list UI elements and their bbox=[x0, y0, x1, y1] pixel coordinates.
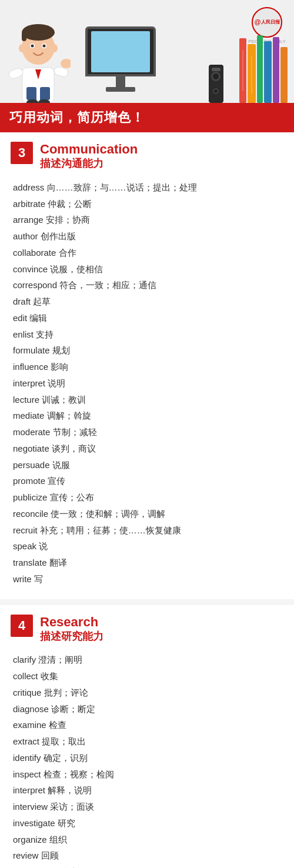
list-item: reconcile 使一致；使和解；调停，调解 bbox=[13, 506, 283, 522]
monitor-base bbox=[106, 87, 135, 92]
monitor-screen bbox=[85, 26, 156, 76]
section-communication: 3 Communication 描述沟通能力 address 向……致辞；与……… bbox=[0, 132, 294, 599]
list-item: interpret 解释，说明 bbox=[13, 782, 283, 799]
list-item: draft 起草 bbox=[13, 293, 283, 310]
svg-point-7 bbox=[22, 24, 55, 41]
section-title-zh-research: 描述研究能力 bbox=[40, 630, 103, 643]
list-item: convince 说服，使相信 bbox=[13, 261, 283, 278]
svg-rect-26 bbox=[212, 68, 220, 71]
list-item: author 创作出版 bbox=[13, 228, 283, 245]
list-item: arbitrate 仲裁；公断 bbox=[13, 196, 283, 212]
monitor bbox=[76, 26, 165, 103]
list-item: interpret 说明 bbox=[13, 375, 283, 392]
svg-point-23 bbox=[213, 74, 219, 79]
svg-rect-17 bbox=[26, 87, 36, 100]
list-item: influence 影响 bbox=[13, 359, 283, 375]
list-item: collaborate 合作 bbox=[13, 245, 283, 261]
title-bar: 巧用动词，简历增色！ bbox=[0, 103, 294, 132]
character-illustration bbox=[6, 6, 71, 103]
list-item: lecture 训诫；教训 bbox=[13, 392, 283, 408]
list-item: inspect 检查；视察；检阅 bbox=[13, 766, 283, 783]
section-title-zh-communication: 描述沟通能力 bbox=[40, 157, 138, 171]
list-item: examine 检查 bbox=[13, 717, 283, 733]
list-item: speak 说 bbox=[13, 538, 283, 555]
svg-rect-8 bbox=[22, 32, 26, 41]
list-item: interview 采访；面谈 bbox=[13, 799, 283, 815]
list-item: clarify 澄清；阐明 bbox=[13, 652, 283, 668]
list-item: publicize 宣传；公布 bbox=[13, 489, 283, 506]
section-research: 4 Research 描述研究能力 clarify 澄清；阐明collect 收… bbox=[0, 605, 294, 868]
monitor-stand bbox=[116, 76, 125, 87]
svg-point-11 bbox=[31, 45, 34, 48]
section-title-en-research: Research bbox=[40, 615, 103, 630]
section-header-research: 4 Research 描述研究能力 bbox=[11, 615, 283, 644]
section-titles-communication: Communication 描述沟通能力 bbox=[40, 142, 138, 171]
list-item: investigate 研究 bbox=[13, 815, 283, 832]
list-item: review 回顾 bbox=[13, 847, 283, 864]
svg-rect-29 bbox=[257, 35, 263, 103]
svg-point-25 bbox=[214, 89, 218, 93]
list-item: diagnose 诊断；断定 bbox=[13, 701, 283, 717]
list-item: promote 宣传 bbox=[13, 473, 283, 489]
section-header-communication: 3 Communication 描述沟通能力 bbox=[11, 142, 283, 171]
svg-rect-31 bbox=[273, 37, 279, 103]
list-item: organize 组织 bbox=[13, 832, 283, 848]
svg-point-5 bbox=[61, 59, 71, 68]
svg-point-13 bbox=[19, 44, 25, 52]
list-item: address 向……致辞；与……说话；提出；处理 bbox=[13, 179, 283, 196]
list-item: correspond 符合，一致；相应；通信 bbox=[13, 277, 283, 293]
list-item: translate 翻译 bbox=[13, 555, 283, 571]
svg-point-14 bbox=[52, 44, 58, 52]
section-title-en-communication: Communication bbox=[40, 142, 138, 157]
speaker-icon bbox=[206, 62, 226, 103]
vocab-list-communication: address 向……致辞；与……说话；提出；处理arbitrate 仲裁；公断… bbox=[11, 179, 283, 587]
list-item: persuade 说服 bbox=[13, 457, 283, 473]
list-item: negotiate 谈判，商议 bbox=[13, 440, 283, 457]
list-item: formulate 规划 bbox=[13, 342, 283, 359]
list-item: collect 收集 bbox=[13, 668, 283, 685]
main-title: 巧用动词，简历增色！ bbox=[9, 109, 285, 126]
svg-rect-30 bbox=[264, 41, 272, 103]
list-item: critique 批判；评论 bbox=[13, 685, 283, 701]
svg-point-12 bbox=[43, 45, 46, 48]
section-titles-research: Research 描述研究能力 bbox=[40, 615, 103, 644]
section-number-4: 4 bbox=[11, 615, 33, 637]
vocab-list-research: clarify 澄清；阐明collect 收集critique 批判；评论dia… bbox=[11, 652, 283, 868]
list-item: summarize 总结 bbox=[13, 864, 283, 868]
list-item: identify 确定，识别 bbox=[13, 750, 283, 766]
list-item: arrange 安排；协商 bbox=[13, 212, 283, 228]
list-item: enlist 支持 bbox=[13, 326, 283, 343]
top-illustration: @ 人民日报 PEOPLE'S DAILY bbox=[0, 0, 294, 103]
books-illustration bbox=[236, 32, 289, 103]
list-item: mediate 调解；斡旋 bbox=[13, 408, 283, 424]
list-item: moderate 节制；减轻 bbox=[13, 424, 283, 440]
svg-rect-18 bbox=[40, 87, 50, 100]
list-item: recruit 补充；聘用；征募；使……恢复健康 bbox=[13, 522, 283, 539]
section-number-3: 3 bbox=[11, 142, 33, 164]
list-item: edit 编辑 bbox=[13, 310, 283, 326]
list-item: extract 提取；取出 bbox=[13, 733, 283, 750]
list-item: write 写 bbox=[13, 571, 283, 587]
svg-rect-32 bbox=[280, 47, 288, 103]
monitor-screen-display bbox=[91, 31, 150, 72]
